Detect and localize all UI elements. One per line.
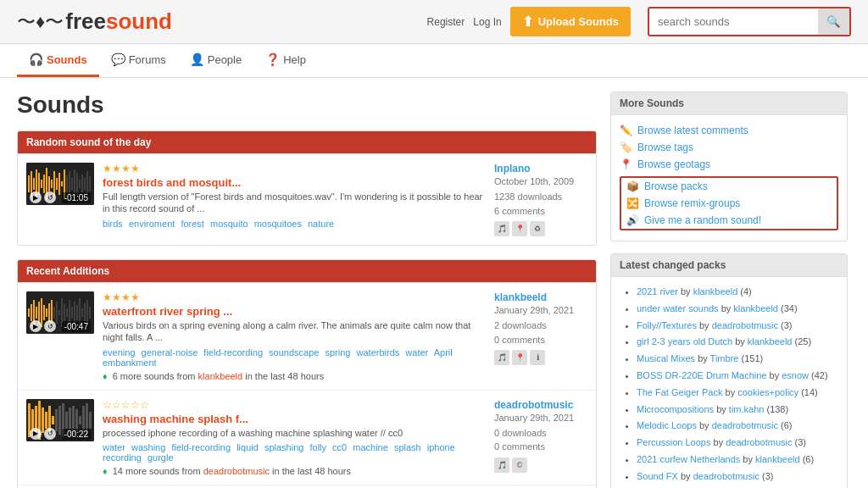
random-sound-user[interactable]: Inplano: [494, 163, 587, 175]
pack-link-5[interactable]: Musical Mixes: [637, 353, 695, 363]
tag-liquid[interactable]: liquid: [236, 442, 259, 452]
recent-2-title[interactable]: washing machine splash f...: [103, 413, 486, 425]
pack-link-2[interactable]: under water sounds: [637, 303, 719, 313]
tag-washing[interactable]: washing: [131, 442, 165, 452]
tag-nature[interactable]: nature: [308, 219, 334, 229]
recent-additions-header: Recent Additions: [18, 260, 596, 283]
loop-button[interactable]: ↺: [44, 191, 56, 203]
recent-2-actions: 🎵 ©: [494, 458, 587, 473]
browse-geotags[interactable]: 📍 Browse geotags: [620, 156, 838, 173]
action-icon-1[interactable]: 🎵: [494, 221, 509, 236]
register-link[interactable]: Register: [427, 16, 465, 28]
diamond-icon-2: ♦: [103, 466, 108, 476]
recent-sound-1-thumbnail[interactable]: ▶ ↺ -00:47: [26, 291, 94, 334]
random-sound-tags: birds enviroment forest mosquito mosquit…: [103, 219, 486, 229]
action-icon-2[interactable]: 📍: [512, 221, 527, 236]
svg-rect-14: [61, 181, 63, 186]
nav-help[interactable]: ❓ Help: [253, 44, 318, 77]
pack-user-12[interactable]: deadrobotmusic: [693, 471, 760, 481]
svg-rect-18: [71, 178, 73, 190]
recent-1-action-3[interactable]: ℹ: [530, 350, 545, 365]
tag-soundscape[interactable]: soundscape: [269, 347, 319, 358]
action-icon-3[interactable]: ♻: [530, 221, 545, 236]
tag-machine[interactable]: machine: [353, 442, 388, 452]
pack-link-6[interactable]: BOSS DR-220E Drum Machine: [637, 370, 766, 380]
recent-1-action-1[interactable]: 🎵: [494, 350, 509, 365]
play-button[interactable]: ▶: [30, 191, 42, 203]
recent-2-action-2[interactable]: ©: [512, 458, 527, 473]
tag-mosquito[interactable]: mosquito: [210, 219, 248, 229]
pack-user-3[interactable]: deadrobotmusic: [712, 320, 778, 330]
tag-gurgle[interactable]: gurgle: [147, 452, 174, 463]
tag-enviroment[interactable]: enviroment: [129, 219, 175, 229]
tag-water2[interactable]: water: [103, 442, 125, 452]
nav-people[interactable]: 👤 People: [178, 44, 253, 77]
recent-2-user[interactable]: deadrobotmusic: [494, 399, 587, 411]
pack-link-4[interactable]: girl 2-3 years old Dutch: [637, 336, 732, 347]
tag-field-recording[interactable]: field-recording: [203, 347, 263, 358]
tag-evening[interactable]: evening: [103, 347, 136, 358]
pack-link-9[interactable]: Melodic Loops: [637, 420, 697, 430]
svg-rect-51: [89, 307, 91, 319]
tag-cc0[interactable]: cc0: [332, 442, 347, 452]
pack-link-11[interactable]: 2021 curfew Netherlands: [637, 454, 740, 464]
nav-sounds[interactable]: 🎧 Sounds: [17, 44, 99, 77]
browse-packs[interactable]: 📦 Browse packs: [621, 178, 837, 195]
tag-general-noise[interactable]: general-noise: [142, 347, 198, 358]
tag-waterbirds[interactable]: waterbirds: [357, 347, 400, 358]
pack-user-5[interactable]: Timbre: [710, 353, 739, 363]
search-button[interactable]: 🔍: [818, 8, 849, 35]
recent-1-action-2[interactable]: 📍: [512, 350, 527, 365]
pack-user-1[interactable]: klankbeeld: [693, 286, 738, 297]
recent-1-title[interactable]: waterfront river spring ...: [103, 305, 486, 318]
browse-tags[interactable]: 🏷️ Browse tags: [620, 139, 838, 156]
recent-2-more-user[interactable]: deadrobotmusic: [203, 466, 270, 476]
tag-spring[interactable]: spring: [325, 347, 350, 358]
tag-splashing[interactable]: splashing: [264, 442, 303, 452]
random-sound-title[interactable]: forest birds and mosquit...: [103, 176, 486, 189]
pack-user-6[interactable]: esnow: [782, 370, 809, 380]
loop-button-2[interactable]: ↺: [44, 428, 56, 440]
login-link[interactable]: Log In: [473, 16, 501, 28]
pack-user-10[interactable]: deadrobotmusic: [726, 437, 792, 447]
pack-user-7[interactable]: cookies+policy: [737, 387, 798, 397]
tag-embankment[interactable]: embankment: [103, 358, 157, 368]
recent-sound-2-thumbnail[interactable]: ▶ ↺ -00:22: [26, 399, 94, 441]
pack-user-9[interactable]: deadrobotmusic: [712, 420, 778, 430]
tag-forest[interactable]: forest: [181, 219, 204, 229]
browse-latest-comments[interactable]: ✏️ Browse latest comments: [620, 122, 838, 139]
play-button-1[interactable]: ▶: [30, 320, 42, 332]
loop-button-1[interactable]: ↺: [44, 320, 56, 332]
random-sound-thumbnail[interactable]: ▶ ↺ -01:05: [26, 163, 94, 205]
tag-mosquitoes[interactable]: mosquitoes: [254, 219, 302, 229]
pack-link-3[interactable]: Folly//Textures: [637, 320, 697, 330]
tag-field-recording2[interactable]: field-recording: [171, 442, 231, 452]
tag-water[interactable]: water: [405, 347, 428, 358]
tag-recording[interactable]: recording: [103, 452, 142, 463]
pack-link-8[interactable]: Microcompositions: [637, 404, 714, 414]
upload-button[interactable]: ⬆ Upload Sounds: [510, 7, 631, 36]
pack-link-10[interactable]: Percussion Loops: [637, 437, 710, 447]
pack-user-4[interactable]: klankbeeld: [748, 336, 793, 347]
pack-link-7[interactable]: The Fat Geiger Pack: [637, 387, 723, 397]
random-sound-link[interactable]: 🔊 Give me a random sound!: [621, 212, 837, 229]
recent-2-info: ☆☆☆☆☆ washing machine splash f... proces…: [103, 399, 486, 476]
search-input[interactable]: [649, 9, 818, 34]
browse-remix-groups[interactable]: 🔀 Browse remix-groups: [621, 195, 837, 212]
recent-1-user[interactable]: klankbeeld: [494, 291, 587, 303]
tag-splash[interactable]: splash: [394, 442, 421, 452]
tag-folly[interactable]: folly: [309, 442, 326, 452]
pack-user-11[interactable]: klankbeeld: [755, 454, 800, 464]
tag-birds[interactable]: birds: [103, 219, 123, 229]
pack-user-2[interactable]: klankbeeld: [733, 303, 778, 313]
pack-link-1[interactable]: 2021 river: [637, 286, 678, 297]
play-button-2[interactable]: ▶: [30, 428, 42, 440]
tag-april[interactable]: April: [434, 347, 453, 358]
recent-1-more-user[interactable]: klankbeeld: [198, 371, 243, 381]
logo[interactable]: 〜♦〜 freesound: [17, 8, 172, 35]
pack-link-12[interactable]: Sound FX: [637, 471, 678, 481]
recent-2-action-1[interactable]: 🎵: [494, 458, 509, 473]
tag-iphone[interactable]: iphone: [427, 442, 455, 452]
pack-user-8[interactable]: tim.kahn: [729, 404, 765, 414]
nav-forums[interactable]: 💬 Forums: [99, 44, 178, 77]
